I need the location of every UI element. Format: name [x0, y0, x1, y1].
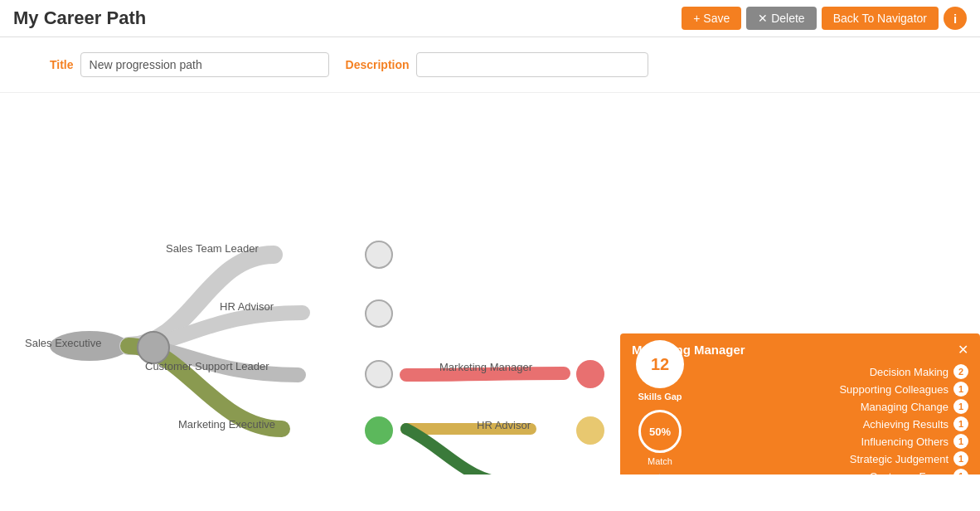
- star-icon: ★: [627, 470, 693, 474]
- t2-node[interactable]: [576, 416, 604, 445]
- n4-node[interactable]: [365, 416, 393, 445]
- n3-label: Customer Support Leader: [145, 360, 269, 372]
- n4-label: Marketing Executive: [178, 418, 275, 431]
- t1-label: Marketing Manager: [439, 361, 532, 373]
- skill-badge: 1: [953, 416, 968, 431]
- source-label: Sales Executive: [25, 337, 102, 349]
- header: My Career Path + Save ✕ Delete Back To N…: [0, 0, 980, 37]
- title-label: Title: [50, 58, 74, 71]
- skill-badge: 1: [953, 451, 968, 466]
- skills-gap-panel: 12 Skills Gap 50% Match ★: [627, 340, 693, 474]
- description-input[interactable]: [416, 52, 648, 77]
- t2-label: HR Advisor: [477, 419, 531, 431]
- skill-badge: 1: [953, 434, 968, 449]
- form-row: Title Description: [0, 37, 980, 93]
- n1-node[interactable]: [365, 241, 393, 269]
- match-label: Match: [627, 456, 693, 466]
- skill-name: Managing Change: [861, 401, 948, 413]
- skill-badge: 2: [953, 364, 968, 379]
- skill-name: Customer Focus: [870, 470, 948, 475]
- skill-badge: 1: [953, 399, 968, 414]
- desc-label: Description: [346, 58, 410, 71]
- skill-name: Supporting Colleagues: [839, 383, 948, 396]
- title-group: Title: [50, 52, 329, 77]
- n2-label: HR Advisor: [220, 300, 274, 313]
- skills-gap-label: Skills Gap: [627, 392, 693, 402]
- skill-name: Decision Making: [870, 366, 948, 378]
- desc-group: Description: [346, 52, 648, 77]
- panel-close-button[interactable]: ✕: [958, 342, 968, 358]
- skill-name: Strategic Judgement: [850, 453, 948, 465]
- delete-button[interactable]: ✕ Delete: [746, 7, 816, 30]
- back-to-navigator-button[interactable]: Back To Navigator: [822, 7, 939, 30]
- save-button[interactable]: + Save: [682, 7, 741, 30]
- n1-label: Sales Team Leader: [166, 242, 259, 255]
- skill-name: Influencing Others: [861, 436, 948, 448]
- title-input[interactable]: [80, 52, 329, 77]
- info-button[interactable]: i: [944, 7, 967, 30]
- skills-gap-circle: 12: [636, 340, 684, 388]
- skill-badge: 1: [953, 382, 968, 397]
- n3-node[interactable]: [365, 360, 393, 388]
- header-buttons: + Save ✕ Delete Back To Navigator i: [682, 7, 967, 30]
- match-percent: 50%: [649, 426, 671, 438]
- page-title: My Career Path: [13, 7, 146, 29]
- skill-badge: 1: [953, 469, 968, 474]
- skill-name: Achieving Results: [863, 418, 948, 431]
- flow-svg: [0, 93, 614, 474]
- skills-gap-number: 12: [651, 356, 669, 372]
- n2-node[interactable]: [365, 299, 393, 328]
- main-canvas: Sales Executive Sales Team Leader HR Adv…: [0, 93, 980, 474]
- match-circle: 50%: [638, 410, 682, 453]
- source-node[interactable]: [137, 331, 170, 364]
- t1-node[interactable]: [576, 360, 604, 388]
